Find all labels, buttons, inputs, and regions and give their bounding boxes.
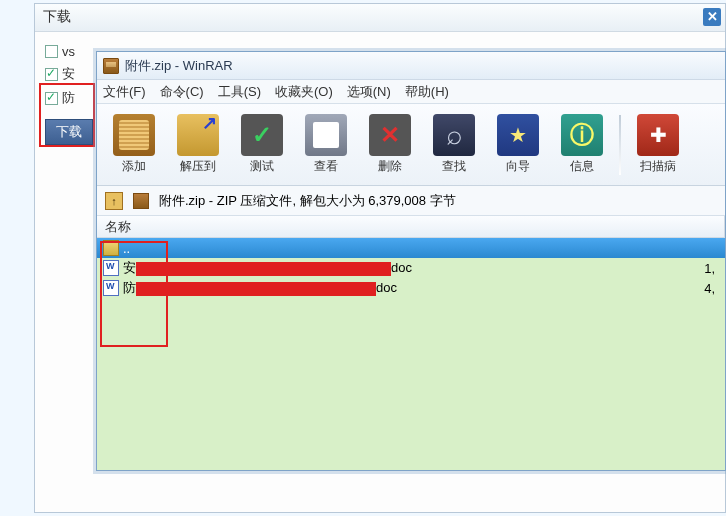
file-list[interactable]: .. 安doc 1, 防doc 4, xyxy=(97,238,725,470)
file-name: 安doc xyxy=(123,259,685,277)
download-title-text: 下载 xyxy=(43,8,71,24)
list-header: 名称 xyxy=(97,216,725,238)
view-icon xyxy=(305,114,347,156)
checkbox-icon[interactable] xyxy=(45,92,58,105)
scan-button[interactable]: 扫描病 xyxy=(627,107,689,183)
menu-favorites[interactable]: 收藏夹(O) xyxy=(275,83,333,101)
download-title-bar: 下载 ✕ xyxy=(35,4,725,32)
archive-icon xyxy=(103,58,119,74)
toolbar-separator xyxy=(619,115,621,175)
find-button[interactable]: 查找 xyxy=(423,107,485,183)
redacted-text xyxy=(136,262,391,276)
view-button[interactable]: 查看 xyxy=(295,107,357,183)
doc-icon xyxy=(103,260,119,276)
download-button[interactable]: 下载 xyxy=(45,119,93,145)
menu-tools[interactable]: 工具(S) xyxy=(218,83,261,101)
file-name: 防doc xyxy=(123,279,685,297)
wizard-button[interactable]: 向导 xyxy=(487,107,549,183)
winrar-window: 附件.zip - WinRAR 文件(F) 命令(C) 工具(S) 收藏夹(O)… xyxy=(96,51,726,471)
folder-icon xyxy=(103,240,119,256)
menu-help[interactable]: 帮助(H) xyxy=(405,83,449,101)
doc-icon xyxy=(103,280,119,296)
menu-command[interactable]: 命令(C) xyxy=(160,83,204,101)
wizard-icon xyxy=(497,114,539,156)
scan-icon xyxy=(637,114,679,156)
find-icon xyxy=(433,114,475,156)
menu-options[interactable]: 选项(N) xyxy=(347,83,391,101)
test-button[interactable]: 测试 xyxy=(231,107,293,183)
menu-file[interactable]: 文件(F) xyxy=(103,83,146,101)
file-size: 4, xyxy=(689,281,719,296)
list-item[interactable]: 安doc 1, xyxy=(97,258,725,278)
checkbox-icon[interactable] xyxy=(45,68,58,81)
checkbox-label: 防 xyxy=(62,89,75,107)
list-item[interactable]: 防doc 4, xyxy=(97,278,725,298)
extract-button[interactable]: 解压到 xyxy=(167,107,229,183)
checkbox-label: 安 xyxy=(62,65,75,83)
file-size: 1, xyxy=(689,261,719,276)
file-name: .. xyxy=(123,241,719,256)
add-button[interactable]: 添加 xyxy=(103,107,165,183)
list-item-parent[interactable]: .. xyxy=(97,238,725,258)
path-bar: ↑ 附件.zip - ZIP 压缩文件, 解包大小为 6,379,008 字节 xyxy=(97,186,725,216)
info-icon xyxy=(561,114,603,156)
close-icon[interactable]: ✕ xyxy=(703,8,721,26)
archive-icon xyxy=(133,193,149,209)
column-name[interactable]: 名称 xyxy=(97,216,725,237)
delete-icon xyxy=(369,114,411,156)
info-button[interactable]: 信息 xyxy=(551,107,613,183)
delete-button[interactable]: 删除 xyxy=(359,107,421,183)
winrar-title-text: 附件.zip - WinRAR xyxy=(125,57,233,75)
checkbox-icon[interactable] xyxy=(45,45,58,58)
extract-icon xyxy=(177,114,219,156)
add-icon xyxy=(113,114,155,156)
redacted-text xyxy=(136,282,376,296)
path-text: 附件.zip - ZIP 压缩文件, 解包大小为 6,379,008 字节 xyxy=(159,192,456,210)
up-button[interactable]: ↑ xyxy=(105,192,123,210)
test-icon xyxy=(241,114,283,156)
winrar-title-bar[interactable]: 附件.zip - WinRAR xyxy=(97,52,725,80)
menu-bar: 文件(F) 命令(C) 工具(S) 收藏夹(O) 选项(N) 帮助(H) xyxy=(97,80,725,104)
checkbox-label: vs xyxy=(62,44,75,59)
toolbar: 添加 解压到 测试 查看 删除 查找 向导 信息 扫描病 xyxy=(97,104,725,186)
